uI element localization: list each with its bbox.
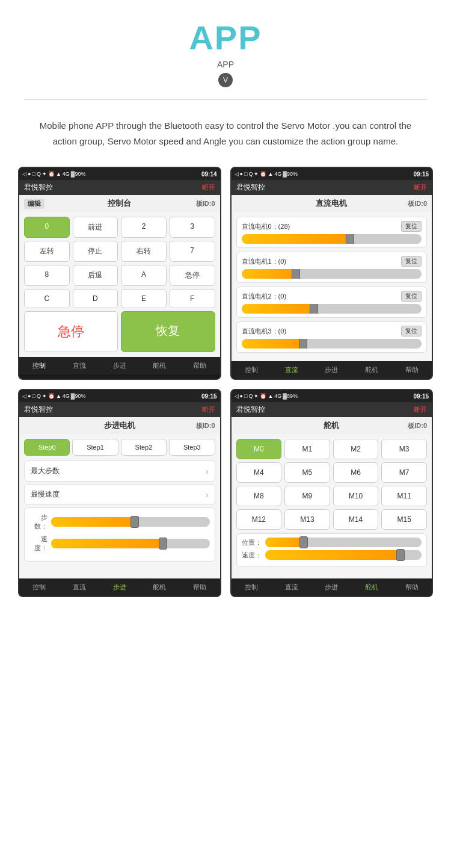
- motor1-slider[interactable]: [242, 269, 422, 279]
- btn-f[interactable]: F: [170, 289, 215, 308]
- phone1-nav-step[interactable]: 步进: [108, 360, 131, 371]
- motor2-slider[interactable]: [242, 304, 422, 314]
- m3-btn[interactable]: M3: [381, 439, 427, 459]
- phone4-nav-control[interactable]: 控制: [240, 581, 263, 593]
- speed-fill: [51, 539, 165, 548]
- phone4-nav: 控制 直流 步进 舵机 帮助: [232, 578, 432, 596]
- phone2-nav-dc[interactable]: 直流: [280, 364, 303, 376]
- btn-8[interactable]: 8: [24, 265, 70, 286]
- phone1-nav-help[interactable]: 帮助: [188, 360, 211, 371]
- m10-btn[interactable]: M10: [333, 486, 379, 506]
- phone4-nav-servo[interactable]: 舵机: [360, 581, 383, 593]
- motor0-label-row: 直流电机0：(28) 复位: [242, 221, 422, 232]
- phone3-nav-dc[interactable]: 直流: [68, 581, 91, 593]
- phone1-status-icons: ◁ ● □ Q ✦ ⏰ ▲ 4G ▓90%: [22, 171, 201, 177]
- motor2-reset[interactable]: 复位: [401, 291, 422, 302]
- max-steps-menu[interactable]: 最大步数 ›: [24, 460, 215, 482]
- phone3-header: 君悦智控 断开: [19, 402, 220, 417]
- step2-btn[interactable]: Step2: [121, 439, 167, 456]
- m12-btn[interactable]: M12: [236, 509, 282, 530]
- big-restore-btn[interactable]: 恢复: [121, 311, 215, 352]
- servo-pos-thumb[interactable]: [299, 536, 308, 548]
- phone2-nav-control[interactable]: 控制: [240, 364, 263, 376]
- m1-btn[interactable]: M1: [284, 439, 330, 459]
- phone2-nav-step[interactable]: 步进: [320, 364, 343, 376]
- motor0-slider[interactable]: [242, 234, 422, 244]
- btn-c[interactable]: C: [24, 289, 70, 308]
- step0-btn[interactable]: Step0: [24, 439, 70, 456]
- phone2-nav-help[interactable]: 帮助: [400, 364, 423, 376]
- m11-btn[interactable]: M11: [381, 486, 427, 506]
- m15-btn[interactable]: M15: [381, 509, 427, 530]
- m6-btn[interactable]: M6: [333, 462, 379, 483]
- clock-icon: ⏰: [48, 171, 55, 177]
- phone4-disconnect[interactable]: 断开: [414, 405, 427, 414]
- motor2-thumb[interactable]: [310, 304, 318, 314]
- motor1-label-row: 直流电机1：(0) 复位: [242, 256, 422, 267]
- phone2-header: 君悦智控 断开: [232, 180, 432, 195]
- btn-7[interactable]: 7: [170, 241, 215, 262]
- btn-forward[interactable]: 前进: [73, 217, 118, 238]
- speed-thumb[interactable]: [159, 538, 167, 550]
- phone2-nav-servo[interactable]: 舵机: [360, 364, 383, 376]
- motor1-thumb[interactable]: [292, 269, 300, 279]
- phone2-disconnect[interactable]: 断开: [414, 183, 427, 192]
- m4-btn[interactable]: M4: [236, 462, 282, 483]
- btn-d[interactable]: D: [73, 289, 118, 308]
- step3-btn[interactable]: Step3: [169, 439, 215, 456]
- motor1-reset[interactable]: 复位: [401, 256, 422, 267]
- m7-btn[interactable]: M7: [381, 462, 427, 483]
- phone1-edit-btn[interactable]: 编辑: [24, 199, 44, 209]
- btn-right[interactable]: 右转: [121, 241, 167, 262]
- phone4-nav-help[interactable]: 帮助: [400, 581, 423, 593]
- phone4-nav-step[interactable]: 步进: [320, 581, 343, 593]
- phone3-disconnect[interactable]: 断开: [202, 405, 215, 414]
- btn-3[interactable]: 3: [170, 217, 215, 238]
- big-estop-btn[interactable]: 急停: [24, 311, 118, 352]
- phone3-nav-step[interactable]: 步进: [108, 581, 131, 593]
- description-text: Mobile phone APP through the Bluetooth e…: [0, 106, 451, 161]
- phone1-nav-dc[interactable]: 直流: [68, 360, 91, 371]
- phone1-disconnect[interactable]: 断开: [202, 183, 215, 192]
- servo-speed-slider[interactable]: [265, 550, 422, 560]
- phone4-nav-dc[interactable]: 直流: [280, 581, 303, 593]
- phone1-nav-control[interactable]: 控制: [28, 360, 51, 371]
- m5-btn[interactable]: M5: [284, 462, 330, 483]
- btn-a[interactable]: A: [121, 265, 167, 286]
- motor3-slider[interactable]: [242, 339, 422, 349]
- btn-back[interactable]: 后退: [73, 265, 118, 286]
- page-header: APP APP V: [0, 0, 451, 93]
- btn-stop[interactable]: 停止: [73, 241, 118, 262]
- servo-speed-thumb[interactable]: [396, 549, 405, 561]
- servo-pos-slider[interactable]: [265, 538, 422, 547]
- speed-slider[interactable]: [51, 539, 210, 548]
- steps-thumb[interactable]: [130, 516, 139, 528]
- steps-fill: [51, 517, 138, 527]
- m0-btn[interactable]: M0: [236, 439, 282, 459]
- m13-btn[interactable]: M13: [284, 509, 330, 530]
- phone3-statusbar: ◁ ● □ Q ✦ ⏰ ▲ 4G ▓90% 09:15: [19, 390, 220, 402]
- m2-btn[interactable]: M2: [333, 439, 379, 459]
- max-steps-label: 最大步数: [31, 466, 60, 476]
- phone1-nav-servo[interactable]: 舵机: [148, 360, 171, 371]
- motor3-thumb[interactable]: [299, 339, 307, 349]
- btn-estop[interactable]: 急停: [170, 265, 215, 286]
- step1-btn[interactable]: Step1: [72, 439, 118, 456]
- motor0-reset[interactable]: 复位: [401, 221, 422, 232]
- motor3-reset[interactable]: 复位: [401, 326, 422, 336]
- m8-btn[interactable]: M8: [236, 486, 282, 506]
- phone3-nav-control[interactable]: 控制: [28, 581, 51, 593]
- btn-e[interactable]: E: [121, 289, 167, 308]
- m14-btn[interactable]: M14: [333, 509, 379, 530]
- wifi-icon4: ▲: [268, 393, 273, 399]
- btn-0[interactable]: 0: [24, 217, 70, 238]
- min-speed-menu[interactable]: 最慢速度 ›: [24, 484, 215, 505]
- steps-slider[interactable]: [51, 517, 210, 527]
- m9-btn[interactable]: M9: [284, 486, 330, 506]
- btn-2[interactable]: 2: [121, 217, 167, 238]
- battery-icon3: ▓90%: [71, 393, 86, 399]
- btn-left[interactable]: 左转: [24, 241, 70, 262]
- phone3-nav-servo[interactable]: 舵机: [148, 581, 171, 593]
- phone3-nav-help[interactable]: 帮助: [188, 581, 211, 593]
- motor0-thumb[interactable]: [346, 234, 354, 244]
